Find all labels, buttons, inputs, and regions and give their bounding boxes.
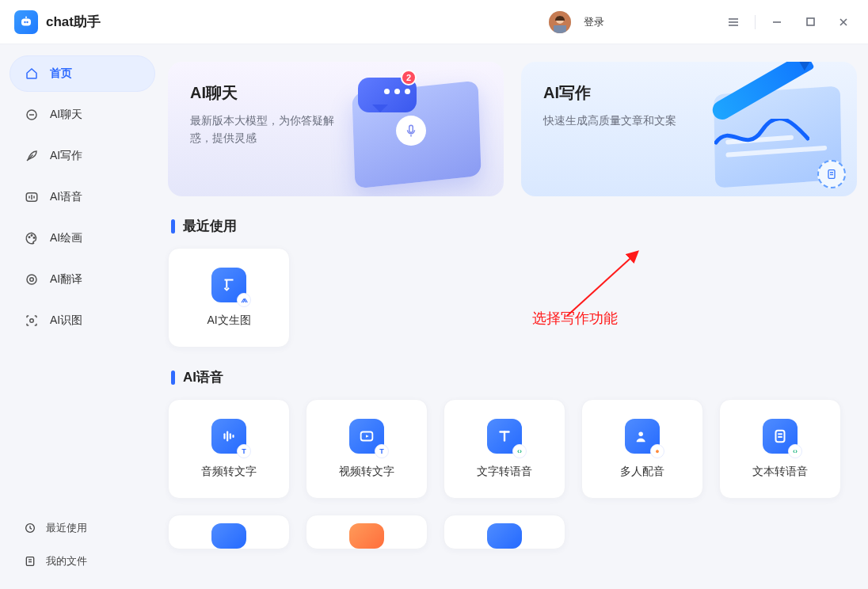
- sidebar-bottom-label: 最近使用: [46, 521, 87, 535]
- tool-card-text2speech[interactable]: ‹› 文字转语音: [444, 399, 565, 499]
- tool-card-multidub[interactable]: ● 多人配音: [581, 399, 703, 499]
- avatar[interactable]: [549, 11, 571, 33]
- translate-icon: [25, 272, 39, 287]
- tool-card-audio2text[interactable]: T 音频转文字: [168, 399, 290, 499]
- sidebar-item-translate[interactable]: AI翻译: [10, 261, 155, 298]
- sidebar-item-label: AI翻译: [50, 272, 82, 287]
- hero-desc: 快速生成高质量文章和文案: [543, 112, 702, 129]
- svg-rect-6: [554, 25, 566, 33]
- video-play-icon: T: [349, 419, 384, 454]
- svg-point-25: [30, 319, 34, 323]
- people-icon: ●: [625, 419, 660, 454]
- sidebar-item-vision[interactable]: AI识图: [10, 302, 155, 339]
- svg-rect-0: [21, 18, 31, 25]
- maximize-icon[interactable]: [800, 12, 820, 32]
- hero-desc: 最新版本大模型，为你答疑解惑，提供灵感: [190, 112, 348, 147]
- svg-point-1: [24, 21, 25, 22]
- notification-badge: 2: [401, 70, 417, 86]
- audio-wave-icon: T: [211, 419, 246, 454]
- sidebar-item-home[interactable]: 首页: [10, 55, 155, 92]
- hero-card-write[interactable]: AI写作 快速生成高质量文章和文案: [521, 62, 857, 196]
- main-content: AI聊天 最新版本大模型，为你答疑解惑，提供灵感 2 AI写作 快速生成高质量文…: [165, 44, 868, 589]
- sidebar-item-voice[interactable]: AI语音: [10, 179, 155, 215]
- text-badge-icon: T: [375, 444, 389, 458]
- svg-point-23: [27, 275, 36, 284]
- hero-art-chat: 2: [329, 70, 496, 188]
- file-icon: [24, 555, 36, 568]
- sidebar-bottom-recent[interactable]: 最近使用: [10, 511, 155, 545]
- sound-badge-icon: ‹›: [788, 444, 802, 458]
- sidebar-bottom-label: 我的文件: [46, 554, 87, 568]
- tool-card-partial[interactable]: [444, 515, 565, 549]
- tool-card-partial[interactable]: [306, 515, 428, 549]
- sidebar-item-label: 首页: [50, 66, 72, 81]
- section-title-recent: 最近使用: [171, 217, 854, 235]
- sidebar-item-label: AI写作: [50, 149, 82, 163]
- tool-label: 多人配音: [620, 465, 664, 479]
- section-title-voice: AI语音: [171, 368, 854, 386]
- mic-badge-icon: ●: [650, 444, 664, 458]
- tool-label: 文字转语音: [477, 465, 532, 479]
- svg-point-2: [26, 21, 28, 22]
- wave-icon: [25, 190, 39, 204]
- sidebar-item-paint[interactable]: AI绘画: [10, 220, 155, 256]
- tool-label: AI文生图: [207, 314, 250, 328]
- tool-card-video2text[interactable]: T 视频转文字: [306, 399, 428, 499]
- tool-label: 视频转文字: [339, 465, 394, 479]
- image-badge-icon: ⩕: [237, 293, 251, 307]
- svg-rect-30: [409, 125, 413, 132]
- generic-tool-icon: [349, 523, 384, 549]
- scan-icon: [25, 314, 39, 328]
- app-logo: [14, 10, 38, 34]
- sidebar-item-chat[interactable]: AI聊天: [10, 97, 155, 133]
- tool-card-partial[interactable]: [168, 515, 290, 549]
- close-icon[interactable]: [833, 12, 854, 32]
- tool-card-text2audio[interactable]: ‹› 文本转语音: [719, 399, 841, 499]
- document-icon: ‹›: [763, 419, 798, 454]
- sound-badge-icon: ‹›: [512, 444, 527, 458]
- svg-point-20: [29, 237, 30, 238]
- sidebar-bottom-files[interactable]: 我的文件: [10, 545, 155, 578]
- tool-label: 文本转语音: [752, 465, 808, 479]
- hero-art-write: [683, 70, 849, 188]
- home-icon: [25, 66, 39, 81]
- svg-rect-11: [807, 18, 814, 25]
- svg-marker-39: [366, 435, 369, 438]
- palette-icon: [25, 231, 39, 245]
- text2image-icon: ⩕: [211, 268, 246, 302]
- chat-icon: [25, 108, 39, 122]
- generic-tool-icon: [487, 523, 522, 549]
- svg-point-24: [30, 278, 34, 282]
- feather-icon: [25, 149, 39, 163]
- svg-point-42: [638, 432, 643, 437]
- sidebar-item-label: AI聊天: [50, 108, 82, 122]
- sidebar-item-label: AI语音: [50, 190, 82, 204]
- history-icon: [24, 522, 36, 534]
- generic-tool-icon: [211, 523, 246, 549]
- titlebar: chat助手 登录: [0, 0, 868, 44]
- app-title: chat助手: [46, 13, 101, 31]
- text-badge-icon: T: [237, 444, 251, 458]
- sidebar-item-label: AI绘画: [50, 231, 82, 245]
- minimize-icon[interactable]: [767, 12, 787, 32]
- hero-card-chat[interactable]: AI聊天 最新版本大模型，为你答疑解惑，提供灵感 2: [168, 62, 504, 196]
- tool-card-text2image[interactable]: ⩕ AI文生图: [168, 248, 290, 348]
- text-t-icon: ‹›: [487, 419, 522, 454]
- svg-rect-3: [25, 16, 27, 18]
- sidebar-item-write[interactable]: AI写作: [10, 138, 155, 174]
- login-link[interactable]: 登录: [584, 15, 604, 29]
- svg-point-22: [33, 238, 35, 239]
- tool-label: 音频转文字: [201, 465, 257, 479]
- hamburger-icon[interactable]: [723, 12, 744, 32]
- svg-point-21: [31, 235, 32, 237]
- sidebar-item-label: AI识图: [50, 314, 82, 328]
- sidebar: 首页 AI聊天 AI写作 AI语音 AI绘画 AI翻译 AI识图: [0, 44, 165, 589]
